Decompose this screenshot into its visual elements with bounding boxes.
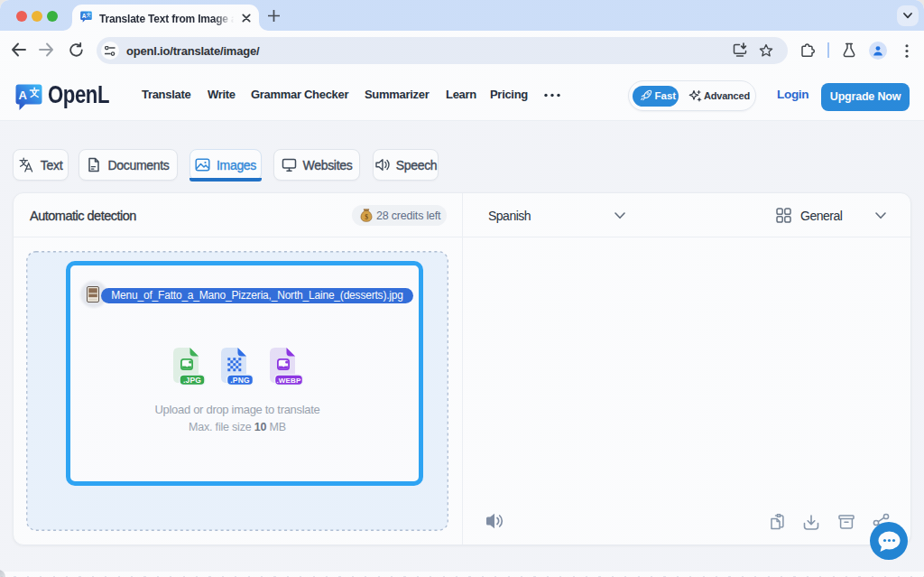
svg-text:A: A [19,88,28,102]
svg-text:.JPG: .JPG [183,376,201,385]
svg-text:.PNG: .PNG [230,376,250,385]
svg-text:$: $ [365,213,368,221]
svg-text:.WEBP: .WEBP [276,377,301,385]
svg-text:A: A [82,13,87,19]
